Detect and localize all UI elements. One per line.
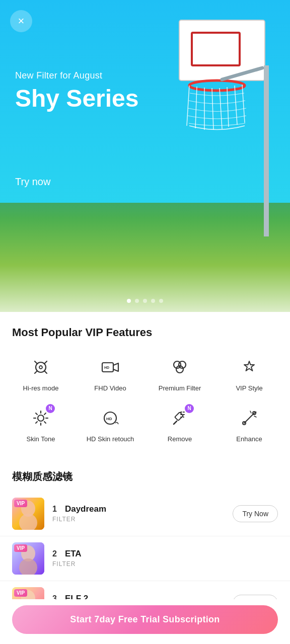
svg-line-38 [250, 411, 251, 413]
svg-point-14 [39, 366, 42, 369]
close-button[interactable]: × [10, 10, 32, 32]
vip-item-premium-filter[interactable]: Premium Filter [145, 348, 214, 399]
filter-info-2: 2 ETA FILTER [52, 549, 278, 568]
hoop-illustration [139, 15, 280, 236]
skin-tone-icon-wrap: N [28, 405, 54, 431]
skin-tone-label: Skin Tone [27, 435, 55, 444]
svg-line-9 [235, 86, 237, 125]
vip-style-label: VIP Style [236, 384, 262, 393]
enhance-icon [240, 409, 258, 427]
bottom-cta-container: Start 7day Free Trial Subscription [0, 599, 290, 644]
hero-try-now-link[interactable]: Try now [15, 176, 50, 188]
premium-filter-icon [171, 358, 189, 376]
try-now-btn-1[interactable]: Try Now [233, 505, 278, 522]
hi-res-icon [32, 358, 50, 376]
svg-point-2 [189, 80, 245, 91]
vip-item-remove[interactable]: N Remove [145, 399, 214, 450]
hi-res-icon-wrap [28, 354, 54, 380]
remove-label: Remove [168, 435, 192, 444]
premium-filter-label: Premium Filter [159, 384, 201, 393]
vip-item-hd-skin[interactable]: HD HD Skin retouch [76, 399, 145, 450]
remove-badge: N [185, 404, 194, 413]
hero-title: Shy Series [15, 86, 138, 112]
svg-text:HD: HD [106, 417, 112, 421]
svg-text:HD: HD [104, 366, 109, 369]
svg-line-6 [212, 88, 213, 130]
fhd-video-icon-wrap: HD [97, 354, 123, 380]
svg-line-32 [174, 421, 177, 424]
hd-skin-label: HD Skin retouch [87, 435, 134, 444]
carousel-dots [127, 299, 163, 303]
remove-icon-wrap: N [167, 405, 193, 431]
filter-item-1[interactable]: VIP 1 Daydream FILTER Try Now [0, 492, 290, 536]
svg-line-28 [36, 422, 37, 423]
dot-4[interactable] [151, 299, 155, 303]
svg-rect-11 [264, 65, 269, 236]
filter-type-1: FILTER [52, 516, 233, 523]
filter-name-1: Daydream [65, 504, 106, 514]
vip-item-fhd-video[interactable]: HD FHD Video [76, 348, 145, 399]
hero-subtitle: New Filter for August [15, 70, 102, 81]
filter-thumb-1: VIP [12, 498, 44, 530]
vip-features-grid: Hi-res mode HD FHD Video [0, 348, 290, 460]
svg-line-7 [220, 88, 222, 129]
hd-skin-icon: HD [101, 409, 119, 427]
premium-filter-icon-wrap [167, 354, 193, 380]
dot-1[interactable] [127, 299, 131, 303]
svg-line-27 [44, 413, 46, 415]
filter-num-1: 1 [52, 505, 57, 514]
vip-badge-3: VIP [14, 589, 27, 597]
enhance-icon-wrap [236, 405, 262, 431]
filter-info-1: 1 Daydream FILTER [52, 504, 233, 523]
vip-badge-1: VIP [14, 500, 27, 507]
svg-line-39 [254, 416, 256, 417]
svg-line-36 [244, 413, 254, 423]
filter-thumb-2: VIP [12, 542, 44, 575]
svg-line-25 [36, 413, 37, 415]
svg-line-26 [44, 422, 46, 423]
content-section: Most Popular VIP Features Hi-res mode [0, 312, 290, 631]
filter-type-2: FILTER [52, 560, 278, 568]
vip-item-vip-style[interactable]: VIP Style [214, 348, 284, 399]
vip-item-enhance[interactable]: Enhance [214, 399, 284, 450]
filter-name-2: ETA [65, 549, 82, 559]
filter-num-2: 2 [52, 549, 57, 558]
vip-item-hi-res[interactable]: Hi-res mode [6, 348, 76, 399]
vip-section-title: Most Popular VIP Features [0, 312, 290, 348]
dot-3[interactable] [143, 299, 147, 303]
svg-line-8 [227, 87, 229, 127]
filter-section-title: 模糊质感滤镜 [0, 470, 290, 492]
svg-line-4 [195, 87, 197, 128]
svg-rect-31 [175, 412, 183, 421]
vip-badge-2: VIP [14, 544, 27, 552]
hero-banner: × New Filter for August Shy Series Try n… [0, 0, 290, 312]
hd-skin-icon-wrap: HD [97, 405, 123, 431]
fhd-video-icon: HD [101, 358, 119, 376]
svg-line-3 [187, 86, 189, 126]
dot-5[interactable] [159, 299, 163, 303]
dot-2[interactable] [135, 299, 139, 303]
hi-res-label: Hi-res mode [23, 384, 59, 393]
filter-item-2[interactable]: VIP 2 ETA FILTER [0, 536, 290, 581]
close-icon: × [18, 16, 25, 27]
start-trial-button[interactable]: Start 7day Free Trial Subscription [12, 605, 278, 634]
fhd-video-label: FHD Video [94, 384, 126, 393]
vip-style-icon-wrap [236, 354, 262, 380]
skin-tone-badge: N [46, 404, 55, 413]
enhance-label: Enhance [236, 435, 262, 444]
vip-item-skin-tone[interactable]: N Skin Tone [6, 399, 76, 450]
svg-line-10 [242, 85, 245, 123]
svg-point-20 [38, 415, 44, 421]
vip-style-icon [240, 358, 258, 376]
